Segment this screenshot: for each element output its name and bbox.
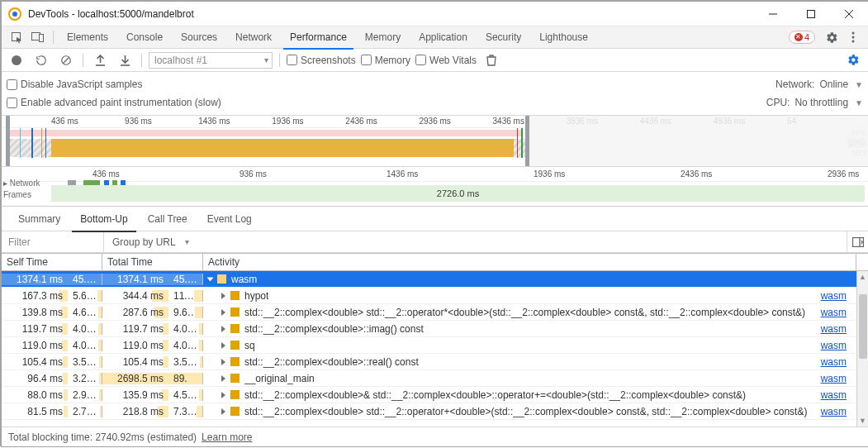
source-link[interactable]: wasm [821,307,851,318]
main-tab-security[interactable]: Security [477,26,529,49]
table-row[interactable]: 105.4 ms3.5 %105.4 ms3.5 %std::__2::comp… [2,354,868,370]
record-icon [12,55,21,65]
scroll-thumb[interactable] [859,294,867,359]
save-profile-button[interactable] [115,50,135,70]
overview-handle-left[interactable] [6,116,10,166]
expand-icon[interactable] [221,375,225,382]
network-track-label[interactable]: ▸ Network [3,179,40,188]
main-tab-elements[interactable]: Elements [59,26,116,49]
scroll-up-icon[interactable]: ▲ [859,271,866,283]
table-row[interactable]: 88.0 ms2.9 %135.9 ms4.5 %std::__2::compl… [2,387,868,403]
source-link[interactable]: wasm [821,406,851,417]
screenshots-checkbox[interactable]: Screenshots [287,55,356,66]
overview-tick: 3436 ms [493,117,524,126]
device-toolbar-icon[interactable] [28,27,48,47]
frame-block[interactable]: 2726.0 ms [51,185,865,202]
memory-checkbox-input[interactable] [361,55,372,65]
scroll-down-icon[interactable]: ▼ [859,415,866,427]
source-link[interactable]: wasm [821,389,851,401]
source-link[interactable]: wasm [821,290,851,302]
settings-gear-icon[interactable] [822,27,842,47]
script-category-icon [230,390,240,399]
frames-track-label[interactable]: Frames [3,190,31,199]
window-maximize-button[interactable] [792,2,830,26]
expand-icon[interactable] [221,293,225,299]
expand-icon[interactable] [221,342,225,349]
kebab-menu-icon[interactable] [843,27,863,47]
inspect-element-icon[interactable] [7,27,26,47]
expand-icon[interactable] [221,408,225,415]
table-row[interactable]: 119.0 ms4.0 %119.0 ms4.0 %sqwasm [2,337,868,354]
script-category-icon [217,274,226,284]
disable-js-samples-checkbox[interactable]: Disable JavaScript samples [7,79,142,90]
clear-button[interactable] [56,50,76,70]
table-row[interactable]: 96.4 ms3.2 %2698.5 ms89.7 %__original_ma… [2,370,868,387]
col-total-time[interactable]: Total Time [102,254,203,270]
show-heaviest-stack-button[interactable] [847,231,868,252]
source-link[interactable]: wasm [821,356,851,368]
garbage-collect-button[interactable] [481,50,501,70]
learn-more-link[interactable]: Learn more [202,431,252,443]
screenshots-checkbox-input[interactable] [287,55,297,65]
col-activity[interactable]: Activity [203,254,856,270]
capture-settings-gear-icon[interactable] [843,50,863,70]
network-throttling-select[interactable]: Online ▼ [819,79,863,90]
expand-icon[interactable] [221,309,225,316]
table-row[interactable]: 139.8 ms4.6 %287.6 ms9.6 %std::__2::comp… [2,304,868,321]
table-row[interactable]: 1374.1 ms45.7 %1374.1 ms45.7 %wasm [2,271,868,288]
timeline-tracks[interactable]: 436 ms936 ms1436 ms1936 ms2436 ms2936 ms… [2,167,868,207]
main-tab-lighthouse[interactable]: Lighthouse [531,26,596,49]
main-tab-application[interactable]: Application [410,26,476,49]
col-self-time[interactable]: Self Time [2,254,102,270]
overview-tick: 2936 ms [419,117,450,126]
context-selector-value: localhost #1 [154,55,207,66]
reload-record-button[interactable] [31,50,51,70]
cpu-throttling-select[interactable]: No throttling ▼ [794,97,863,108]
window-close-button[interactable] [830,2,868,26]
enable-paint-input[interactable] [7,98,17,108]
source-link[interactable]: wasm [821,373,851,384]
source-link[interactable]: wasm [821,323,851,335]
script-category-icon [230,374,240,383]
frame-duration: 2726.0 ms [437,188,479,198]
performance-toolbar: localhost #1 Screenshots Memory Web Vita… [2,49,868,72]
bottom-up-table: Self Time Total Time Activity 1374.1 ms4… [2,253,868,427]
group-by-select[interactable]: Group by URL [104,231,196,252]
window-minimize-button[interactable] [754,2,792,26]
load-profile-button[interactable] [90,50,110,70]
source-link[interactable]: wasm [821,340,851,351]
expand-icon[interactable] [221,392,225,398]
table-row[interactable]: 119.7 ms4.0 %119.7 ms4.0 %std::__2::comp… [2,321,868,337]
main-tab-network[interactable]: Network [227,26,280,49]
context-selector[interactable]: localhost #1 [149,52,273,69]
error-count-badge[interactable]: ✕ 4 [789,31,815,44]
subtab-event-log[interactable]: Event Log [197,207,262,231]
table-row[interactable]: 81.5 ms2.7 %218.8 ms7.3 %std::__2::compl… [2,403,868,420]
main-tab-performance[interactable]: Performance [282,26,355,49]
main-tab-console[interactable]: Console [118,26,171,49]
disable-js-samples-input[interactable] [7,79,17,90]
web-vitals-checkbox-input[interactable] [415,55,426,65]
collapse-icon[interactable] [207,277,214,281]
timeline-overview[interactable]: 436 ms936 ms1436 ms1936 ms2436 ms2936 ms… [2,116,868,167]
subtab-call-tree[interactable]: Call Tree [138,207,197,231]
main-tab-bar: ElementsConsoleSourcesNetworkPerformance… [2,26,868,49]
expand-icon[interactable] [221,359,225,365]
table-row[interactable]: 167.3 ms5.6 %344.4 ms11.5 %hypotwasm [2,288,868,304]
subtab-summary[interactable]: Summary [8,207,70,231]
record-button[interactable] [7,50,26,70]
script-category-icon [230,307,240,317]
script-category-icon [230,407,240,416]
network-throttling-value: Online [819,79,848,90]
enable-paint-instrumentation-checkbox[interactable]: Enable advanced paint instrumentation (s… [7,97,221,108]
expand-icon[interactable] [221,326,225,332]
main-tab-memory[interactable]: Memory [357,26,409,49]
filter-input[interactable] [2,231,104,252]
table-scrollbar[interactable]: ▲ ▼ [856,271,868,427]
subtab-bottom-up[interactable]: Bottom-Up [70,207,137,231]
devtools-app-icon [8,7,21,21]
main-tab-sources[interactable]: Sources [173,26,225,49]
screenshots-label: Screenshots [301,55,356,66]
web-vitals-checkbox[interactable]: Web Vitals [415,55,477,66]
memory-checkbox[interactable]: Memory [361,55,410,66]
